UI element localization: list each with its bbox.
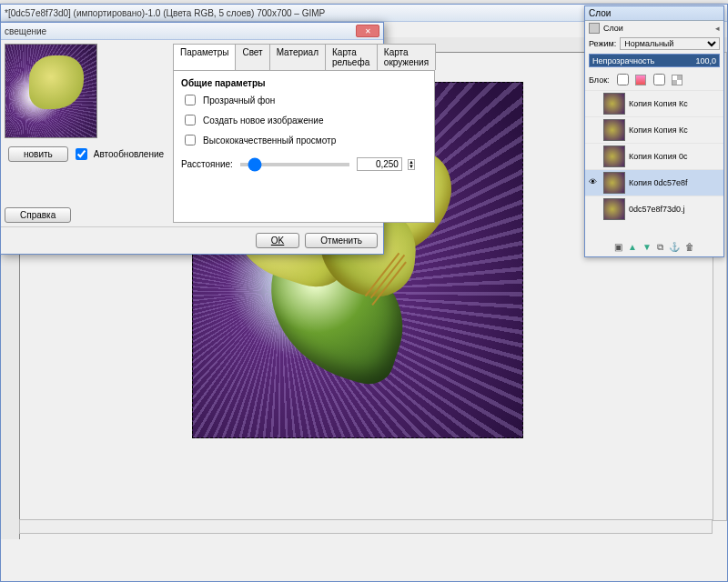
lock-paint-icon[interactable]: [635, 75, 646, 85]
lock-pixels-checkbox[interactable]: [617, 74, 629, 85]
window-title: *[0dc57e8f73d0] (импортировано)-1.0 (Цве…: [5, 8, 325, 18]
new-image-checkbox[interactable]: [185, 115, 196, 125]
layer-name[interactable]: Копия 0dc57e8f: [629, 178, 688, 187]
tab-light[interactable]: Свет: [235, 44, 269, 70]
dock-menu-icon[interactable]: ◂: [715, 24, 720, 33]
layers-toolbar: ▣ ▲ ▼ ⧉ ⚓ 🗑: [589, 242, 720, 253]
mode-label: Режим:: [589, 39, 616, 48]
lock-alpha-icon[interactable]: [672, 75, 682, 85]
transparent-bg-label: Прозрачный фон: [203, 95, 275, 105]
lock-alpha-checkbox[interactable]: [653, 74, 665, 85]
tab-envmap[interactable]: Карта окружения: [377, 44, 436, 70]
transparent-bg-checkbox[interactable]: [185, 95, 196, 105]
hq-preview-checkbox[interactable]: [185, 135, 196, 146]
raise-layer-icon[interactable]: ▲: [628, 242, 637, 253]
layer-thumbnail[interactable]: [603, 172, 625, 194]
effect-preview[interactable]: [5, 44, 97, 138]
visibility-icon[interactable]: [589, 98, 600, 109]
layers-tab-icon[interactable]: [589, 23, 600, 34]
hq-preview-label: Высококачественный просмотр: [203, 135, 336, 146]
layer-thumbnail[interactable]: [603, 93, 625, 115]
layers-title-text: Слои: [589, 8, 611, 18]
distance-slider[interactable]: [240, 163, 349, 166]
layer-thumbnail[interactable]: [603, 146, 625, 167]
dialog-close-button[interactable]: ✕: [356, 25, 379, 37]
visibility-icon[interactable]: [589, 204, 600, 215]
layer-name[interactable]: 0dc57e8f73d0.j: [629, 205, 685, 214]
opacity-label: Непрозрачность: [592, 56, 654, 65]
delete-layer-icon[interactable]: 🗑: [685, 242, 694, 253]
visibility-icon[interactable]: [589, 151, 600, 162]
cancel-button[interactable]: Отменить: [305, 233, 378, 248]
layer-name[interactable]: Копия Копия Кс: [629, 99, 688, 108]
distance-label: Расстояние:: [181, 159, 233, 169]
layer-name[interactable]: Копия Копия Кс: [629, 125, 688, 135]
auto-update-label: Автообновление: [94, 149, 164, 159]
layer-thumbnail[interactable]: [603, 198, 625, 220]
tab-panel-parameters: Общие параметры Прозрачный фон Создать н…: [173, 70, 435, 223]
blend-mode-select[interactable]: Нормальный: [620, 37, 720, 50]
layer-thumbnail[interactable]: [603, 119, 625, 141]
tab-bumpmap[interactable]: Карта рельефа: [325, 44, 378, 70]
lighting-dialog: свещение ✕ новить Автообновление Справка…: [0, 22, 384, 255]
layers-titlebar[interactable]: Слои: [585, 6, 723, 21]
visibility-icon[interactable]: [589, 125, 600, 135]
update-preview-button[interactable]: новить: [8, 146, 68, 162]
opacity-slider[interactable]: Непрозрачность 100,0: [589, 54, 720, 67]
duplicate-layer-icon[interactable]: ⧉: [657, 242, 663, 253]
dialog-tabs: Параметры Свет Материал Карта рельефа Ка…: [173, 44, 435, 70]
scrollbar-horizontal[interactable]: [19, 519, 713, 534]
distance-value-input[interactable]: [357, 157, 402, 171]
new-layer-icon[interactable]: ▣: [614, 242, 622, 253]
tab-parameters[interactable]: Параметры: [173, 44, 236, 70]
lower-layer-icon[interactable]: ▼: [642, 242, 652, 253]
ok-button[interactable]: OK: [256, 233, 299, 248]
layers-dock: Слои Слои ◂ Режим: Нормальный Непрозрачн…: [584, 5, 724, 257]
layer-name[interactable]: Копия Копия 0с: [629, 152, 688, 161]
anchor-layer-icon[interactable]: ⚓: [669, 242, 680, 253]
lock-label: Блок:: [589, 75, 610, 85]
section-header: Общие параметры: [181, 78, 266, 88]
help-button[interactable]: Справка: [5, 207, 71, 223]
tab-material[interactable]: Материал: [269, 44, 326, 70]
spinner-down-icon[interactable]: ▼: [409, 165, 414, 169]
dialog-title: свещение: [5, 26, 46, 36]
dialog-titlebar[interactable]: свещение ✕: [1, 23, 383, 40]
visibility-icon[interactable]: 👁: [589, 177, 600, 188]
layers-tab-label: Слои: [603, 24, 623, 33]
auto-update-checkbox[interactable]: [76, 148, 87, 160]
opacity-value: 100,0: [695, 56, 716, 65]
new-image-label: Создать новое изображение: [203, 115, 323, 125]
